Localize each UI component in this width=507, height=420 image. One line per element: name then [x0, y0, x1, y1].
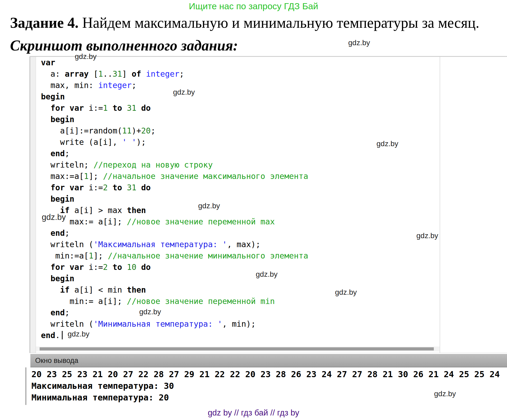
output-title-bar: Окно вывода [30, 354, 507, 367]
code-line: end; [41, 307, 308, 318]
footer-text: gdz by // гдз бай // гдз by [0, 408, 507, 418]
code-line: for var i:=1 to 31 do [41, 102, 308, 114]
page: Ищите нас по запросу ГДЗ Бай Задание 4. … [0, 0, 507, 420]
watermark-text: gdz.by [198, 202, 220, 210]
code-line: begin [41, 193, 308, 205]
watermark-text: gdz.by [68, 330, 90, 338]
text-cursor [62, 331, 63, 339]
code-line: max:= a[i]; //новое значение переменной … [41, 216, 308, 227]
output-line: 20 23 25 23 21 20 27 22 28 27 29 21 22 2… [31, 368, 507, 380]
watermark-text: gdz.by [376, 140, 398, 148]
watermark-text: gdz.by [139, 308, 161, 316]
code-editor[interactable]: var a: array [1..31] of integer; max, mi… [30, 56, 507, 353]
code-line: begin [41, 114, 308, 125]
code-line: for var i:=2 to 31 do [41, 182, 308, 193]
code-line: min:= a[i]; //новое значение переменной … [41, 296, 308, 307]
scrollbar-thumb[interactable] [40, 347, 434, 350]
code-line: max:=a[1]; //начальное значение максимал… [41, 170, 308, 182]
watermark-text: gdz.by [335, 288, 357, 297]
code-line: writeln ('Минимальная температура: ', mi… [41, 318, 308, 330]
watermark-text: gdz.by [348, 39, 370, 47]
code-line: end; [41, 148, 308, 159]
task-number: Задание 4. [10, 15, 78, 31]
subtitle: Скриншот выполненного задания: [10, 37, 238, 54]
task-title-text: Найдем максимальную и минимальную темпер… [78, 15, 479, 31]
code-line: write (a[i], ' '); [41, 136, 308, 148]
code-area[interactable]: var a: array [1..31] of integer; max, mi… [41, 57, 308, 341]
code-line: a[i]:=random(11)+20; [41, 125, 308, 136]
horizontal-scrollbar[interactable] [36, 347, 440, 351]
code-line: a: array [1..31] of integer; [41, 68, 308, 80]
page-title: Задание 4. Найдем максимальную и минимал… [10, 14, 479, 31]
watermark-text: gdz.by [256, 270, 278, 279]
watermark-text: gdz.by [42, 213, 66, 222]
code-line: if a[i] < min then [41, 284, 308, 296]
code-line: min:=a[1]; //начальное значение минималь… [41, 250, 308, 261]
code-line: end; [41, 227, 308, 239]
output-area[interactable]: 20 23 25 23 21 20 27 22 28 27 29 21 22 2… [26, 367, 507, 405]
code-line: writeln ('Максимальная температура: ', m… [41, 239, 308, 250]
watermark-text: gdz.by [173, 88, 195, 96]
watermark-text: gdz.by [416, 232, 438, 240]
code-line: writeln; //переход на новую строку [41, 159, 308, 170]
editor-gutter [30, 57, 36, 353]
code-line: if a[i] > max then [41, 205, 308, 216]
editor-divider [440, 57, 440, 353]
watermark-text: gdz.by [434, 390, 456, 398]
promo-text: Ищите нас по запросу ГДЗ Бай [0, 1, 507, 11]
output-title: Окно вывода [35, 357, 78, 364]
watermark-text: gdz.by [75, 52, 97, 61]
